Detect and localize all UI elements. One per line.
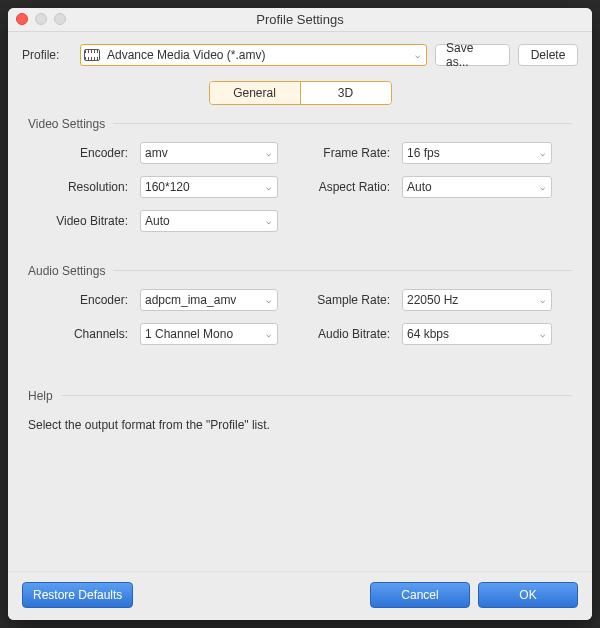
- help-text: Select the output format from the "Profi…: [28, 414, 572, 432]
- chevron-down-icon: ⌵: [533, 182, 551, 192]
- chevron-down-icon: ⌵: [533, 329, 551, 339]
- ok-button[interactable]: OK: [478, 582, 578, 608]
- resolution-select[interactable]: 160*120 ⌵: [140, 176, 278, 198]
- sample-rate-label: Sample Rate:: [290, 293, 390, 307]
- profile-row: Profile: Advance Media Video (*.amv) ⌵ S…: [22, 44, 578, 66]
- profile-select[interactable]: Advance Media Video (*.amv) ⌵: [80, 44, 427, 66]
- video-bitrate-select[interactable]: Auto ⌵: [140, 210, 278, 232]
- profile-label: Profile:: [22, 48, 72, 62]
- video-bitrate-label: Video Bitrate:: [28, 214, 128, 228]
- window-controls: [16, 13, 66, 25]
- delete-button[interactable]: Delete: [518, 44, 578, 66]
- footer: Restore Defaults Cancel OK: [8, 571, 592, 620]
- tab-general[interactable]: General: [210, 82, 300, 104]
- audio-settings-legend: Audio Settings: [28, 264, 113, 278]
- window-title: Profile Settings: [256, 12, 343, 27]
- close-window-icon[interactable]: [16, 13, 28, 25]
- aspect-ratio-value: Auto: [403, 180, 533, 194]
- profile-settings-window: Profile Settings Profile: Advance Media …: [8, 8, 592, 620]
- frame-rate-select[interactable]: 16 fps ⌵: [402, 142, 552, 164]
- chevron-down-icon: ⌵: [259, 148, 277, 158]
- chevron-down-icon: ⌵: [408, 50, 426, 60]
- video-settings-group: Video Settings Encoder: amv ⌵ Frame Rate…: [28, 123, 572, 242]
- frame-rate-label: Frame Rate:: [290, 146, 390, 160]
- sample-rate-select[interactable]: 22050 Hz ⌵: [402, 289, 552, 311]
- help-legend: Help: [28, 389, 61, 403]
- video-encoder-label: Encoder:: [28, 146, 128, 160]
- content-area: Profile: Advance Media Video (*.amv) ⌵ S…: [8, 32, 592, 571]
- resolution-label: Resolution:: [28, 180, 128, 194]
- video-bitrate-value: Auto: [141, 214, 259, 228]
- video-settings-legend: Video Settings: [28, 117, 113, 131]
- video-encoder-select[interactable]: amv ⌵: [140, 142, 278, 164]
- chevron-down-icon: ⌵: [259, 216, 277, 226]
- tab-3d[interactable]: 3D: [300, 82, 391, 104]
- resolution-value: 160*120: [141, 180, 259, 194]
- maximize-window-icon: [54, 13, 66, 25]
- sample-rate-value: 22050 Hz: [403, 293, 533, 307]
- chevron-down-icon: ⌵: [533, 148, 551, 158]
- tabs: General 3D: [22, 81, 578, 105]
- tab-segmented-control: General 3D: [209, 81, 392, 105]
- save-as-button[interactable]: Save as...: [435, 44, 510, 66]
- audio-bitrate-select[interactable]: 64 kbps ⌵: [402, 323, 552, 345]
- audio-settings-group: Audio Settings Encoder: adpcm_ima_amv ⌵ …: [28, 270, 572, 355]
- chevron-down-icon: ⌵: [259, 182, 277, 192]
- audio-bitrate-label: Audio Bitrate:: [290, 327, 390, 341]
- audio-encoder-select[interactable]: adpcm_ima_amv ⌵: [140, 289, 278, 311]
- minimize-window-icon: [35, 13, 47, 25]
- help-group: Help Select the output format from the "…: [28, 395, 572, 440]
- restore-defaults-button[interactable]: Restore Defaults: [22, 582, 133, 608]
- profile-select-value: Advance Media Video (*.amv): [103, 48, 408, 62]
- titlebar: Profile Settings: [8, 8, 592, 32]
- aspect-ratio-select[interactable]: Auto ⌵: [402, 176, 552, 198]
- audio-encoder-label: Encoder:: [28, 293, 128, 307]
- audio-bitrate-value: 64 kbps: [403, 327, 533, 341]
- chevron-down-icon: ⌵: [259, 295, 277, 305]
- channels-label: Channels:: [28, 327, 128, 341]
- audio-encoder-value: adpcm_ima_amv: [141, 293, 259, 307]
- aspect-ratio-label: Aspect Ratio:: [290, 180, 390, 194]
- channels-select[interactable]: 1 Channel Mono ⌵: [140, 323, 278, 345]
- chevron-down-icon: ⌵: [533, 295, 551, 305]
- frame-rate-value: 16 fps: [403, 146, 533, 160]
- channels-value: 1 Channel Mono: [141, 327, 259, 341]
- chevron-down-icon: ⌵: [259, 329, 277, 339]
- cancel-button[interactable]: Cancel: [370, 582, 470, 608]
- video-encoder-value: amv: [141, 146, 259, 160]
- film-icon: [81, 49, 103, 61]
